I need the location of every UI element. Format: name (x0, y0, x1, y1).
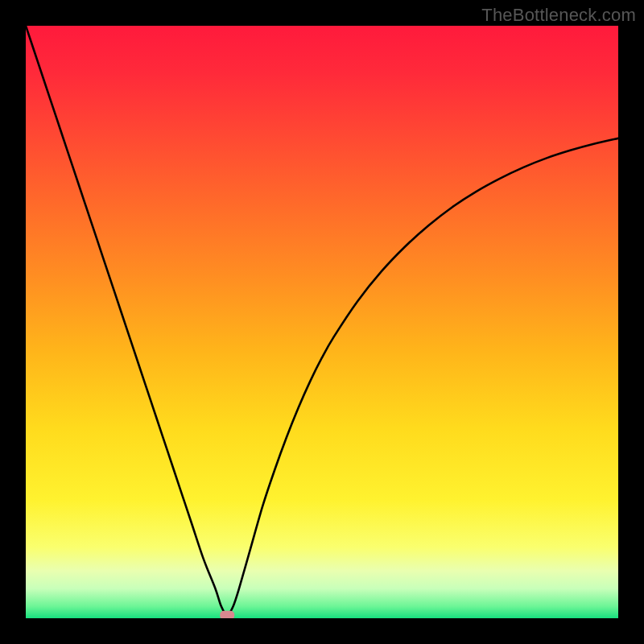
optimal-point-marker (220, 611, 234, 618)
plot-area (26, 26, 618, 618)
gradient-background (26, 26, 618, 618)
watermark-label: TheBottleneck.com (481, 5, 636, 26)
chart-svg (26, 26, 618, 618)
chart-frame: TheBottleneck.com (0, 0, 644, 644)
